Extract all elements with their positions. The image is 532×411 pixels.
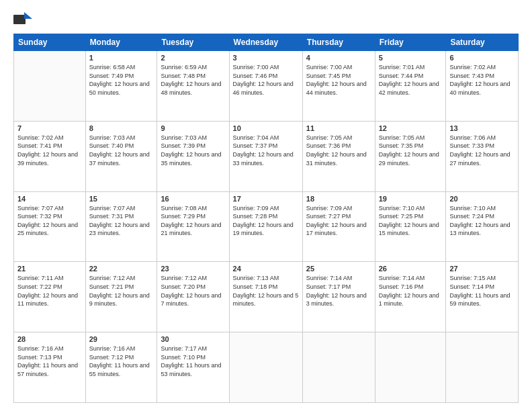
- day-info: Sunrise: 7:12 AMSunset: 7:20 PMDaylight:…: [161, 274, 225, 308]
- day-number: 2: [161, 54, 225, 62]
- calendar-cell: 30Sunrise: 7:17 AMSunset: 7:10 PMDayligh…: [157, 332, 229, 403]
- day-info: Sunrise: 7:03 AMSunset: 7:40 PMDaylight:…: [89, 134, 154, 167]
- day-info: Sunrise: 7:05 AMSunset: 7:35 PMDaylight:…: [379, 134, 443, 167]
- day-number: 25: [306, 265, 371, 273]
- day-info: Sunrise: 7:03 AMSunset: 7:39 PMDaylight:…: [161, 134, 225, 167]
- day-number: 12: [379, 124, 443, 132]
- calendar-cell: 20Sunrise: 7:10 AMSunset: 7:24 PMDayligh…: [446, 191, 519, 262]
- calendar-cell: [375, 332, 446, 403]
- day-info: Sunrise: 7:14 AMSunset: 7:17 PMDaylight:…: [306, 274, 371, 308]
- day-info: Sunrise: 7:01 AMSunset: 7:44 PMDaylight:…: [379, 63, 443, 97]
- day-info: Sunrise: 7:06 AMSunset: 7:33 PMDaylight:…: [449, 134, 515, 167]
- day-info: Sunrise: 7:12 AMSunset: 7:21 PMDaylight:…: [89, 274, 154, 308]
- day-number: 22: [89, 265, 154, 273]
- calendar-cell: 28Sunrise: 7:16 AMSunset: 7:13 PMDayligh…: [14, 332, 86, 403]
- day-number: 15: [89, 195, 154, 203]
- day-number: 11: [306, 124, 371, 132]
- day-number: 23: [161, 265, 225, 273]
- day-number: 1: [89, 54, 154, 62]
- calendar-cell: 1Sunrise: 6:58 AMSunset: 7:49 PMDaylight…: [85, 51, 157, 122]
- col-header-thursday: Thursday: [302, 34, 375, 51]
- day-info: Sunrise: 7:05 AMSunset: 7:36 PMDaylight:…: [306, 134, 371, 167]
- calendar-cell: 5Sunrise: 7:01 AMSunset: 7:44 PMDaylight…: [375, 51, 446, 122]
- day-number: 19: [379, 195, 443, 203]
- calendar-cell: 16Sunrise: 7:08 AMSunset: 7:29 PMDayligh…: [157, 191, 229, 262]
- day-info: Sunrise: 7:10 AMSunset: 7:25 PMDaylight:…: [379, 204, 443, 238]
- svg-rect-0: [13, 15, 26, 24]
- day-info: Sunrise: 7:00 AMSunset: 7:45 PMDaylight:…: [306, 63, 371, 97]
- col-header-sunday: Sunday: [14, 34, 86, 51]
- day-info: Sunrise: 7:16 AMSunset: 7:12 PMDaylight:…: [89, 345, 154, 378]
- header-row: SundayMondayTuesdayWednesdayThursdayFrid…: [14, 34, 519, 51]
- day-info: Sunrise: 7:09 AMSunset: 7:27 PMDaylight:…: [306, 204, 371, 238]
- day-info: Sunrise: 7:02 AMSunset: 7:43 PMDaylight:…: [449, 63, 515, 97]
- week-row-5: 28Sunrise: 7:16 AMSunset: 7:13 PMDayligh…: [14, 332, 519, 403]
- day-info: Sunrise: 7:10 AMSunset: 7:24 PMDaylight:…: [449, 204, 515, 238]
- calendar-cell: 21Sunrise: 7:11 AMSunset: 7:22 PMDayligh…: [14, 262, 86, 332]
- day-info: Sunrise: 7:04 AMSunset: 7:37 PMDaylight:…: [233, 134, 299, 167]
- calendar-cell: 8Sunrise: 7:03 AMSunset: 7:40 PMDaylight…: [85, 121, 157, 191]
- calendar-cell: 13Sunrise: 7:06 AMSunset: 7:33 PMDayligh…: [446, 121, 519, 191]
- day-number: 6: [449, 54, 515, 62]
- calendar-cell: 19Sunrise: 7:10 AMSunset: 7:25 PMDayligh…: [375, 191, 446, 262]
- day-info: Sunrise: 7:00 AMSunset: 7:46 PMDaylight:…: [233, 63, 299, 97]
- calendar-cell: 11Sunrise: 7:05 AMSunset: 7:36 PMDayligh…: [302, 121, 375, 191]
- header: [13, 12, 519, 27]
- calendar-cell: [302, 332, 375, 403]
- logo-icon: [13, 12, 32, 27]
- week-row-2: 7Sunrise: 7:02 AMSunset: 7:41 PMDaylight…: [14, 121, 519, 191]
- calendar-cell: 7Sunrise: 7:02 AMSunset: 7:41 PMDaylight…: [14, 121, 86, 191]
- calendar-cell: 6Sunrise: 7:02 AMSunset: 7:43 PMDaylight…: [446, 51, 519, 122]
- calendar-cell: 9Sunrise: 7:03 AMSunset: 7:39 PMDaylight…: [157, 121, 229, 191]
- calendar-cell: 3Sunrise: 7:00 AMSunset: 7:46 PMDaylight…: [229, 51, 302, 122]
- day-info: Sunrise: 7:16 AMSunset: 7:13 PMDaylight:…: [17, 345, 82, 378]
- page: SundayMondayTuesdayWednesdayThursdayFrid…: [0, 0, 532, 411]
- calendar-table: SundayMondayTuesdayWednesdayThursdayFrid…: [13, 34, 519, 403]
- calendar-cell: [14, 51, 86, 122]
- calendar-cell: [229, 332, 302, 403]
- calendar-cell: 29Sunrise: 7:16 AMSunset: 7:12 PMDayligh…: [85, 332, 157, 403]
- day-info: Sunrise: 7:07 AMSunset: 7:31 PMDaylight:…: [89, 204, 154, 238]
- day-info: Sunrise: 7:17 AMSunset: 7:10 PMDaylight:…: [161, 345, 225, 378]
- col-header-wednesday: Wednesday: [229, 34, 302, 51]
- week-row-3: 14Sunrise: 7:07 AMSunset: 7:32 PMDayligh…: [14, 191, 519, 262]
- calendar-cell: 22Sunrise: 7:12 AMSunset: 7:21 PMDayligh…: [85, 262, 157, 332]
- col-header-tuesday: Tuesday: [157, 34, 229, 51]
- day-info: Sunrise: 6:59 AMSunset: 7:48 PMDaylight:…: [161, 63, 225, 97]
- calendar-cell: 25Sunrise: 7:14 AMSunset: 7:17 PMDayligh…: [302, 262, 375, 332]
- day-info: Sunrise: 7:13 AMSunset: 7:18 PMDaylight:…: [233, 274, 299, 308]
- calendar-cell: 23Sunrise: 7:12 AMSunset: 7:20 PMDayligh…: [157, 262, 229, 332]
- day-info: Sunrise: 7:11 AMSunset: 7:22 PMDaylight:…: [17, 274, 82, 308]
- logo: [13, 12, 35, 27]
- day-number: 10: [233, 124, 299, 132]
- day-number: 28: [17, 335, 82, 343]
- day-number: 27: [449, 265, 515, 273]
- day-number: 14: [17, 195, 82, 203]
- day-info: Sunrise: 7:02 AMSunset: 7:41 PMDaylight:…: [17, 134, 82, 167]
- calendar-cell: 17Sunrise: 7:09 AMSunset: 7:28 PMDayligh…: [229, 191, 302, 262]
- calendar-cell: 10Sunrise: 7:04 AMSunset: 7:37 PMDayligh…: [229, 121, 302, 191]
- day-number: 20: [449, 195, 515, 203]
- calendar-cell: 15Sunrise: 7:07 AMSunset: 7:31 PMDayligh…: [85, 191, 157, 262]
- day-number: 24: [233, 265, 299, 273]
- day-info: Sunrise: 7:14 AMSunset: 7:16 PMDaylight:…: [379, 274, 443, 308]
- day-number: 5: [379, 54, 443, 62]
- week-row-1: 1Sunrise: 6:58 AMSunset: 7:49 PMDaylight…: [14, 51, 519, 122]
- day-number: 16: [161, 195, 225, 203]
- calendar-cell: 27Sunrise: 7:15 AMSunset: 7:14 PMDayligh…: [446, 262, 519, 332]
- col-header-friday: Friday: [375, 34, 446, 51]
- day-number: 21: [17, 265, 82, 273]
- day-number: 13: [449, 124, 515, 132]
- calendar-cell: 26Sunrise: 7:14 AMSunset: 7:16 PMDayligh…: [375, 262, 446, 332]
- day-number: 17: [233, 195, 299, 203]
- svg-marker-1: [24, 12, 32, 19]
- calendar-cell: 24Sunrise: 7:13 AMSunset: 7:18 PMDayligh…: [229, 262, 302, 332]
- col-header-monday: Monday: [85, 34, 157, 51]
- day-number: 4: [306, 54, 371, 62]
- day-number: 30: [161, 335, 225, 343]
- day-info: Sunrise: 6:58 AMSunset: 7:49 PMDaylight:…: [89, 63, 154, 97]
- calendar-cell: 4Sunrise: 7:00 AMSunset: 7:45 PMDaylight…: [302, 51, 375, 122]
- col-header-saturday: Saturday: [446, 34, 519, 51]
- calendar-cell: 14Sunrise: 7:07 AMSunset: 7:32 PMDayligh…: [14, 191, 86, 262]
- day-info: Sunrise: 7:15 AMSunset: 7:14 PMDaylight:…: [449, 274, 515, 308]
